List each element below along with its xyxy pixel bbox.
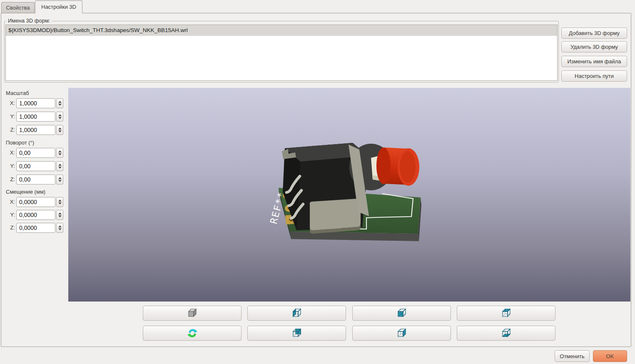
footprint-3d-settings-dialog: { "dialog": { "tabs": [ { "label": "Свой… [0,0,635,364]
scale-section-label: Масштаб [6,90,29,96]
axis-label: Z: [6,125,15,135]
configure-paths-button[interactable]: Настроить пути [561,70,627,82]
offset-y-row: Y: [6,210,65,220]
view-top-button[interactable] [457,306,555,321]
offset-y-stepper[interactable] [56,210,63,220]
view-top-icon [501,308,512,319]
view-left-button[interactable] [247,306,346,321]
stepper-up-icon[interactable] [58,127,62,130]
scale-y-input[interactable] [16,112,55,122]
rotation-z-input[interactable] [16,175,55,184]
stepper-down-icon[interactable] [58,104,62,106]
shape-list-item-selected[interactable]: ${KISYS3DMOD}/Button_Switch_THT.3dshapes… [6,25,557,36]
scale-z-stepper[interactable] [56,125,63,135]
offset-z-stepper[interactable] [56,223,63,233]
view-bottom-button[interactable] [457,326,555,341]
3d-model-svg: REF** [68,88,630,302]
rotation-z-stepper[interactable] [56,175,63,184]
scale-z-row: Z: [6,125,65,135]
scale-x-input[interactable] [16,98,55,108]
offset-x-row: X: [6,197,65,207]
offset-x-input[interactable] [16,197,55,207]
tab-properties[interactable]: Свойства [1,2,35,13]
update-view-icon [187,328,198,339]
stepper-up-icon[interactable] [58,177,62,179]
tab-3d-settings[interactable]: Настройки 3D [35,0,82,13]
scale-x-row: X: [6,98,65,108]
stepper-down-icon[interactable] [58,228,62,230]
scale-z-input[interactable] [16,125,55,135]
stepper-up-icon[interactable] [58,101,62,103]
axis-label: X: [6,98,15,108]
offset-x-stepper[interactable] [56,197,63,207]
stepper-down-icon[interactable] [58,215,62,217]
rotation-y-row: Y: [6,161,65,171]
stepper-up-icon[interactable] [58,225,62,227]
3d-preview-viewport[interactable]: REF** [68,88,630,302]
offset-z-row: Z: [6,223,65,233]
view-front-icon [396,308,407,319]
view-back-button[interactable] [247,326,346,341]
view-bottom-icon [501,328,512,339]
rotation-x-input[interactable] [16,148,55,158]
offset-y-input[interactable] [16,210,55,220]
scale-y-row: Y: [6,112,65,122]
shape-names-groupbox: Имена 3D форм: ${KISYS3DMOD}/Button_Swit… [4,21,559,82]
rotation-section-label: Поворот (°) [6,140,34,146]
stepper-up-icon[interactable] [58,164,62,166]
axis-label: Z: [6,223,15,233]
view-left-icon [291,308,302,319]
remove-3d-shape-button[interactable]: Удалить 3D форму [561,41,627,52]
rotation-y-input[interactable] [16,161,55,171]
stepper-down-icon[interactable] [58,202,62,204]
rename-file-button[interactable]: Изменить имя файла [561,56,627,67]
rotation-x-row: X: [6,148,65,158]
switch-cap [376,147,419,186]
update-view-button[interactable] [143,326,242,341]
view-front-button[interactable] [352,306,451,321]
stepper-up-icon[interactable] [58,114,62,116]
shape-names-label: Имена 3D форм: [6,17,52,24]
axis-label: Y: [6,161,15,171]
stepper-up-icon[interactable] [58,199,62,202]
stepper-down-icon[interactable] [58,153,62,155]
view-right-icon [396,328,407,339]
default-view-button[interactable] [143,306,242,321]
stepper-down-icon[interactable] [58,130,62,132]
rotation-y-stepper[interactable] [56,161,63,171]
axis-label: X: [6,148,15,158]
view-right-button[interactable] [352,326,451,341]
default-view-icon [187,308,198,319]
stepper-down-icon[interactable] [58,167,62,169]
offset-section-label: Смещение (мм) [6,189,45,195]
shape-list[interactable]: ${KISYS3DMOD}/Button_Switch_THT.3dshapes… [5,25,558,81]
axis-label: Y: [6,210,15,220]
scale-x-stepper[interactable] [56,98,63,108]
stepper-down-icon[interactable] [58,117,62,119]
ok-button[interactable]: OK [593,350,627,362]
scale-y-stepper[interactable] [56,112,63,122]
axis-label: Z: [6,175,15,184]
add-3d-shape-button[interactable]: Добавить 3D форму [561,27,627,39]
offset-z-input[interactable] [16,223,55,233]
rotation-x-stepper[interactable] [56,148,63,158]
stepper-up-icon[interactable] [58,150,62,152]
view-back-icon [291,328,302,339]
axis-label: X: [6,197,15,207]
3d-settings-page: Имена 3D форм: ${KISYS3DMOD}/Button_Swit… [1,13,631,347]
axis-label: Y: [6,112,15,122]
switch-base-plate [310,199,361,230]
rotation-z-row: Z: [6,175,65,184]
cancel-button[interactable]: Отменить [555,350,590,362]
stepper-down-icon[interactable] [58,180,62,182]
stepper-up-icon[interactable] [58,212,62,214]
